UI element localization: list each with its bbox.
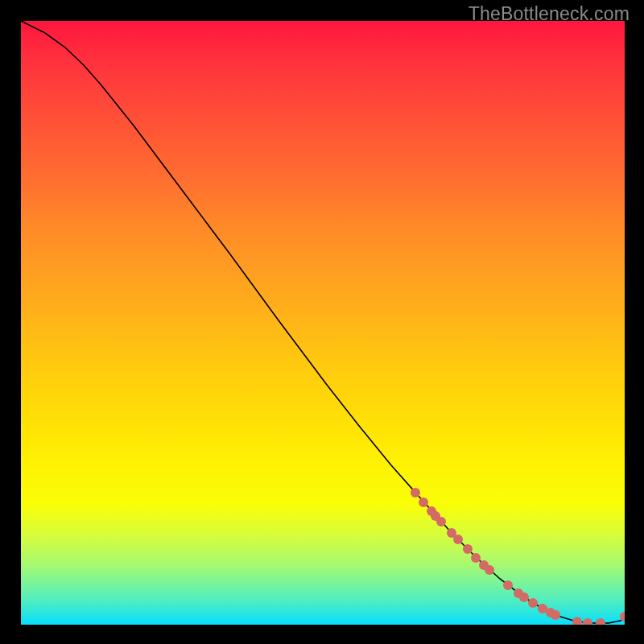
watermark-text: TheBottleneck.com [469, 3, 630, 25]
curve-marker [463, 544, 473, 554]
curve-marker [596, 618, 605, 625]
curve-marker [572, 617, 582, 625]
curve-marker [551, 610, 560, 620]
curve-marker [411, 488, 420, 497]
curve-marker [471, 553, 481, 563]
curve-marker [453, 535, 463, 544]
curve-line [21, 21, 625, 623]
curve-marker [519, 592, 529, 602]
chart-area [21, 21, 625, 625]
curve-marker [436, 517, 446, 526]
curve-marker [419, 497, 428, 507]
curve-marker [528, 598, 538, 608]
chart-svg [21, 21, 625, 625]
curve-marker [503, 580, 513, 590]
curve-markers [411, 488, 625, 625]
curve-marker [485, 565, 494, 575]
curve-marker [583, 618, 592, 625]
